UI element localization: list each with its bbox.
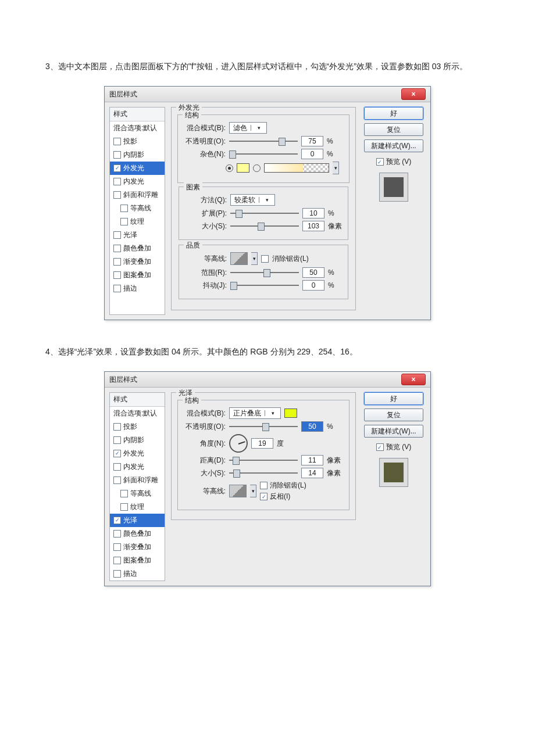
glow-gradient[interactable] bbox=[264, 163, 329, 173]
glow-color-swatch[interactable] bbox=[237, 163, 249, 173]
new-style-button[interactable]: 新建样式(W)... bbox=[364, 425, 423, 438]
style-drop-shadow[interactable]: 投影 bbox=[110, 420, 165, 433]
checkbox[interactable] bbox=[113, 463, 121, 471]
checkbox[interactable] bbox=[113, 231, 121, 239]
style-texture[interactable]: 纹理 bbox=[110, 215, 165, 228]
opacity-slider[interactable] bbox=[229, 422, 298, 431]
style-color-overlay[interactable]: 颜色叠加 bbox=[110, 527, 165, 540]
contour-picker[interactable] bbox=[229, 485, 247, 497]
size-input[interactable]: 103 bbox=[302, 221, 324, 231]
style-outer-glow[interactable]: ✓外发光 bbox=[110, 162, 165, 175]
style-stroke[interactable]: 描边 bbox=[110, 567, 165, 581]
style-satin[interactable]: 光泽 bbox=[110, 228, 165, 242]
checkbox[interactable] bbox=[113, 570, 121, 578]
style-contour[interactable]: 等高线 bbox=[110, 487, 165, 500]
ok-button[interactable]: 好 bbox=[364, 392, 423, 405]
blend-mode-combo[interactable]: 滤色▾ bbox=[229, 122, 267, 134]
opacity-input[interactable]: 50 bbox=[301, 421, 323, 432]
satin-color-swatch[interactable] bbox=[284, 409, 297, 418]
distance-slider[interactable] bbox=[229, 456, 298, 464]
titlebar[interactable]: 图层样式 × bbox=[105, 87, 430, 102]
jitter-slider[interactable] bbox=[230, 281, 299, 289]
checkbox[interactable] bbox=[113, 285, 121, 292]
noise-input[interactable]: 0 bbox=[301, 149, 323, 159]
style-contour[interactable]: 等高线 bbox=[110, 202, 165, 215]
style-outer-glow[interactable]: ✓外发光 bbox=[110, 447, 165, 460]
contour-picker[interactable] bbox=[230, 252, 248, 265]
reset-button[interactable]: 复位 bbox=[364, 409, 423, 421]
angle-input[interactable]: 19 bbox=[251, 438, 273, 449]
chevron-down-icon[interactable]: ▾ bbox=[333, 162, 339, 174]
spread-slider[interactable] bbox=[230, 209, 299, 217]
antialias-checkbox[interactable] bbox=[260, 482, 268, 489]
range-slider[interactable] bbox=[230, 268, 299, 277]
style-inner-glow[interactable]: 内发光 bbox=[110, 175, 165, 188]
checkbox[interactable] bbox=[113, 138, 121, 145]
size-slider[interactable] bbox=[230, 222, 299, 230]
checkbox[interactable] bbox=[113, 245, 121, 252]
checkbox[interactable] bbox=[113, 178, 121, 185]
checkbox[interactable] bbox=[113, 557, 121, 564]
checkbox[interactable] bbox=[120, 205, 128, 212]
spread-input[interactable]: 10 bbox=[302, 208, 324, 218]
preview-checkbox[interactable]: ✓ bbox=[376, 158, 384, 166]
gradient-radio[interactable] bbox=[253, 164, 261, 172]
size-slider[interactable] bbox=[229, 469, 298, 477]
blend-mode-combo[interactable]: 正片叠底▾ bbox=[229, 407, 281, 419]
style-satin[interactable]: ✓光泽 bbox=[110, 514, 165, 527]
close-button[interactable]: × bbox=[401, 88, 426, 100]
style-inner-shadow[interactable]: 内阴影 bbox=[110, 433, 165, 447]
style-inner-shadow[interactable]: 内阴影 bbox=[110, 148, 165, 162]
checkbox[interactable] bbox=[113, 543, 121, 551]
checkbox[interactable] bbox=[113, 476, 121, 484]
style-color-overlay[interactable]: 颜色叠加 bbox=[110, 242, 165, 255]
range-input[interactable]: 50 bbox=[302, 267, 324, 278]
color-radio[interactable] bbox=[226, 164, 233, 172]
style-bevel-emboss[interactable]: 斜面和浮雕 bbox=[110, 188, 165, 202]
style-stroke[interactable]: 描边 bbox=[110, 282, 165, 295]
ok-button[interactable]: 好 bbox=[364, 107, 423, 120]
new-style-button[interactable]: 新建样式(W)... bbox=[364, 139, 423, 152]
angle-dial[interactable] bbox=[229, 434, 248, 453]
checkbox[interactable] bbox=[120, 218, 128, 225]
jitter-input[interactable]: 0 bbox=[302, 280, 324, 291]
styles-header[interactable]: 样式 bbox=[110, 393, 165, 407]
checkbox[interactable] bbox=[113, 258, 121, 266]
checkbox[interactable] bbox=[120, 503, 128, 511]
checkbox[interactable] bbox=[113, 191, 121, 199]
checkbox[interactable]: ✓ bbox=[113, 517, 121, 524]
close-button[interactable]: × bbox=[401, 374, 426, 385]
blend-options-default[interactable]: 混合选项:默认 bbox=[110, 121, 165, 135]
chevron-down-icon[interactable]: ▾ bbox=[250, 485, 256, 497]
checkbox[interactable] bbox=[113, 151, 121, 159]
checkbox[interactable] bbox=[113, 271, 121, 279]
style-bevel-emboss[interactable]: 斜面和浮雕 bbox=[110, 474, 165, 487]
titlebar[interactable]: 图层样式 × bbox=[105, 372, 430, 388]
style-gradient-overlay[interactable]: 渐变叠加 bbox=[110, 540, 165, 554]
noise-slider[interactable] bbox=[229, 150, 298, 158]
size-input[interactable]: 14 bbox=[301, 468, 323, 478]
checkbox[interactable] bbox=[113, 530, 121, 538]
checkbox[interactable] bbox=[113, 436, 121, 444]
opacity-input[interactable]: 75 bbox=[301, 136, 323, 146]
preview-checkbox[interactable]: ✓ bbox=[376, 443, 384, 451]
distance-input[interactable]: 11 bbox=[301, 455, 323, 465]
style-pattern-overlay[interactable]: 图案叠加 bbox=[110, 268, 165, 282]
opacity-slider[interactable] bbox=[229, 137, 298, 145]
technique-combo[interactable]: 较柔软▾ bbox=[230, 194, 275, 206]
checkbox[interactable]: ✓ bbox=[113, 164, 121, 172]
blend-options-default[interactable]: 混合选项:默认 bbox=[110, 407, 165, 420]
invert-checkbox[interactable]: ✓ bbox=[260, 493, 268, 500]
style-drop-shadow[interactable]: 投影 bbox=[110, 135, 165, 148]
styles-header[interactable]: 样式 bbox=[110, 108, 165, 121]
style-texture[interactable]: 纹理 bbox=[110, 500, 165, 514]
checkbox[interactable] bbox=[120, 490, 128, 497]
style-gradient-overlay[interactable]: 渐变叠加 bbox=[110, 255, 165, 268]
reset-button[interactable]: 复位 bbox=[364, 123, 423, 136]
style-pattern-overlay[interactable]: 图案叠加 bbox=[110, 554, 165, 567]
style-inner-glow[interactable]: 内发光 bbox=[110, 460, 165, 474]
checkbox[interactable] bbox=[113, 423, 121, 431]
chevron-down-icon[interactable]: ▾ bbox=[251, 252, 258, 265]
antialias-checkbox[interactable] bbox=[261, 255, 269, 263]
checkbox[interactable]: ✓ bbox=[113, 450, 121, 457]
